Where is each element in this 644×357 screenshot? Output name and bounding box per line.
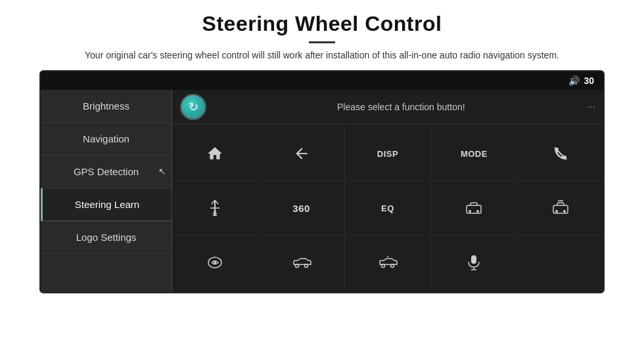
back-icon <box>293 145 310 162</box>
svg-point-18 <box>295 264 298 268</box>
button-car-cam1[interactable] <box>431 181 517 235</box>
button-car-side1[interactable] <box>258 236 344 289</box>
no-call-icon <box>553 146 568 161</box>
svg-point-17 <box>214 261 216 264</box>
svg-point-20 <box>382 264 385 268</box>
sidebar-item-brightness[interactable]: Brightness <box>41 90 172 123</box>
360-label: 360 <box>292 203 310 214</box>
button-car-side2[interactable] <box>345 236 431 289</box>
prompt-text: Please select a function button! <box>216 102 587 112</box>
content-top-bar: ↻ Please select a function button! ··· <box>172 90 603 124</box>
home-icon <box>206 145 223 162</box>
antenna-icon <box>208 199 222 217</box>
page-header: Steering Wheel Control Your original car… <box>0 0 644 70</box>
car-cam1-icon <box>465 200 483 216</box>
car-cam2-icon <box>551 200 570 216</box>
grid-row-2: 360 EQ <box>172 181 603 236</box>
volume-icon: 🔊 <box>568 75 580 86</box>
button-empty[interactable] <box>518 236 603 289</box>
button-mode[interactable]: MODE <box>431 127 517 180</box>
sync-icon: ↻ <box>189 100 198 114</box>
button-disp[interactable]: DISP <box>345 127 431 180</box>
button-home[interactable] <box>172 127 258 180</box>
car-side2-icon <box>378 255 398 270</box>
sidebar-item-gps-detection[interactable]: GPS Detection ↖ <box>41 156 172 188</box>
page-description: Your original car's steering wheel contr… <box>39 49 605 62</box>
sync-button[interactable]: ↻ <box>180 94 206 120</box>
svg-point-21 <box>391 264 394 268</box>
svg-rect-11 <box>553 205 568 213</box>
svg-point-10 <box>476 210 479 213</box>
button-mic[interactable] <box>431 236 517 289</box>
svg-point-12 <box>555 210 558 213</box>
car-side1-icon <box>292 255 311 270</box>
button-360[interactable]: 360 <box>258 181 344 235</box>
svg-rect-23 <box>471 255 476 264</box>
button-no-call[interactable] <box>518 127 603 180</box>
svg-point-19 <box>304 264 308 268</box>
button-car-cam2[interactable] <box>518 181 603 235</box>
button-eq[interactable]: EQ <box>345 181 431 235</box>
button-antenna[interactable] <box>172 181 258 235</box>
top-bar: 🔊 30 <box>41 72 603 90</box>
mode-label: MODE <box>461 149 488 159</box>
main-area: Brightness Navigation GPS Detection ↖ St… <box>41 90 603 292</box>
svg-point-9 <box>469 210 471 213</box>
sidebar-item-navigation[interactable]: Navigation <box>41 123 172 156</box>
svg-point-13 <box>563 210 566 213</box>
page-title: Steering Wheel Control <box>39 12 605 36</box>
content-panel: ↻ Please select a function button! ··· <box>172 90 603 292</box>
button-grid: DISP MODE <box>172 124 603 292</box>
grid-row-1: DISP MODE <box>172 127 603 181</box>
button-back[interactable] <box>258 127 344 180</box>
corner-status-icon: ··· <box>587 101 595 113</box>
button-car-top[interactable] <box>172 236 258 289</box>
volume-value: 30 <box>584 75 594 86</box>
car-top-icon <box>206 254 223 271</box>
title-divider <box>309 41 335 43</box>
sidebar-item-logo-settings[interactable]: Logo Settings <box>41 221 172 254</box>
cursor-icon: ↖ <box>158 166 166 177</box>
device-screen: 🔊 30 Brightness Navigation GPS Detection… <box>39 70 605 293</box>
sidebar-item-steering-learn[interactable]: Steering Learn <box>41 188 172 221</box>
mic-icon <box>467 254 481 271</box>
svg-point-5 <box>214 211 216 213</box>
sidebar: Brightness Navigation GPS Detection ↖ St… <box>41 90 172 292</box>
grid-row-3 <box>172 236 603 289</box>
disp-label: DISP <box>377 149 398 159</box>
eq-label: EQ <box>381 203 394 213</box>
svg-rect-8 <box>467 205 481 213</box>
